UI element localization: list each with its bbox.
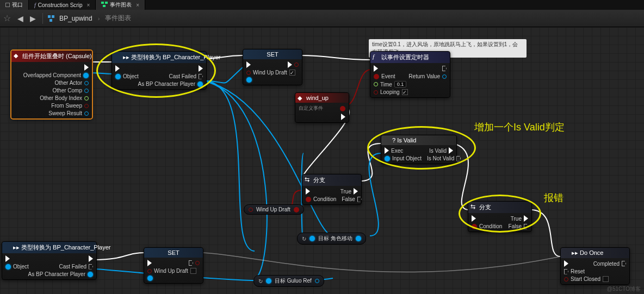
pin-label: Event (381, 73, 395, 79)
exec-in-pin[interactable] (306, 188, 310, 195)
exec-out-pin[interactable] (524, 215, 528, 222)
exec-out-pin[interactable] (189, 260, 193, 266)
object-pin[interactable] (385, 156, 390, 161)
object-pin[interactable] (5, 264, 11, 270)
exec-in-pin[interactable] (564, 260, 568, 267)
object-out-pin[interactable] (356, 236, 361, 241)
var-guluo-ref[interactable]: ↻目标 Guluo Ref (253, 275, 324, 287)
exec-in-pin[interactable] (564, 269, 568, 274)
delegate-pin[interactable] (374, 74, 379, 79)
watermark: @51CTO博客 (607, 285, 641, 293)
exec-out-pin[interactable] (199, 65, 203, 72)
exec-out-pin[interactable] (524, 224, 528, 229)
tab-viewport[interactable]: 视口 (0, 0, 29, 10)
bool-checkbox[interactable]: ✓ (402, 89, 408, 95)
back-button[interactable]: ◀ (15, 14, 26, 23)
object-pin[interactable] (83, 73, 89, 78)
bool-out-pin[interactable] (294, 207, 299, 212)
float-input[interactable]: 0.1 (394, 81, 407, 87)
object-pin[interactable] (266, 278, 271, 284)
object-pin[interactable] (309, 236, 315, 241)
exec-out-pin[interactable] (341, 114, 345, 120)
exec-in-pin[interactable] (374, 65, 378, 72)
exec-out-pin[interactable] (456, 156, 461, 161)
exec-out-pin[interactable] (622, 261, 626, 266)
bool-pin[interactable] (84, 104, 89, 108)
bool-pin[interactable] (374, 90, 378, 95)
target-pin[interactable] (246, 77, 252, 83)
node-title: ▸▸ 类型转换为 BP_Character_Player (13, 244, 111, 251)
object-pin[interactable] (84, 89, 89, 93)
node-set-windupdraft[interactable]: SET Wind Up Draft✓ (243, 49, 302, 85)
target-pin[interactable] (147, 276, 153, 281)
int-pin[interactable] (84, 96, 89, 101)
pin-label: Input Object (392, 155, 422, 161)
exec-out-pin[interactable] (449, 147, 453, 154)
delegate-pin[interactable] (340, 106, 345, 111)
exec-out-pin[interactable] (89, 264, 93, 270)
pin-label: Other Body Index (40, 95, 82, 101)
exec-out-pin[interactable] (89, 255, 93, 262)
tab-label: 事件图表 (110, 1, 132, 9)
object-pin[interactable] (115, 74, 121, 79)
var-label: 目标 Guluo Ref (275, 277, 312, 285)
node-set-timer-by-event[interactable]: f以事件设置定时器 EventReturn Value Time0.1 Loop… (370, 51, 450, 98)
exec-in-pin[interactable] (115, 65, 120, 72)
tab-eventgraph[interactable]: 事件图表× (96, 0, 145, 10)
bool-pin[interactable] (246, 71, 251, 75)
node-title: ▸▸ Do Once (572, 249, 603, 256)
node-is-valid[interactable]: ? Is Valid ExecIs Valid Input ObjectIs N… (381, 135, 457, 164)
object-pin[interactable] (88, 272, 93, 277)
exec-in-pin[interactable] (147, 260, 152, 266)
close-icon[interactable]: × (86, 2, 90, 8)
exec-in-pin[interactable] (5, 255, 10, 262)
struct-pin[interactable] (84, 111, 89, 116)
forward-button[interactable]: ▶ (28, 14, 38, 23)
var-character-movement[interactable]: ↻目标 角色移动 (297, 233, 366, 245)
tab-construction[interactable]: fConstruction Scrip× (29, 0, 96, 10)
node-cast-to-player-2[interactable]: ▸▸ 类型转换为 BP_Character_Player ObjectCast … (2, 241, 97, 280)
favorite-icon[interactable]: ☆ (3, 13, 11, 23)
bool-pin[interactable] (472, 224, 477, 229)
exec-out-pin[interactable] (288, 61, 292, 68)
bool-pin[interactable] (147, 269, 152, 273)
bool-pin[interactable] (564, 277, 568, 282)
exec-in-pin[interactable] (246, 61, 251, 68)
exec-out-pin[interactable] (357, 197, 362, 202)
pin-label: As BP Character Player (28, 271, 85, 277)
bool-checkbox[interactable] (603, 276, 609, 282)
node-do-once[interactable]: ▸▸ Do Once Completed Reset Start Closed (560, 247, 630, 285)
breadcrumb-bp[interactable]: BP_upwind (59, 15, 92, 22)
pin-label: As BP Character Player (138, 81, 195, 87)
node-set-windupdraft-2[interactable]: SET Wind Up Draft (144, 247, 203, 284)
breadcrumb-sep: › (97, 15, 101, 22)
close-icon[interactable]: × (136, 2, 139, 8)
node-component-begin-overlap[interactable]: ◆组件开始重叠时 (Capsule) Overlapped Component … (11, 50, 92, 119)
bool-checkbox[interactable]: ✓ (289, 70, 295, 76)
node-branch[interactable]: ⇆分支 True ConditionFalse (302, 174, 362, 205)
exec-out-pin[interactable] (354, 188, 358, 195)
var-wind-up-draft[interactable]: Wind Up Draft (244, 204, 304, 215)
exec-out-pin[interactable] (84, 64, 89, 71)
exec-in-pin[interactable] (472, 215, 476, 222)
node-branch-2[interactable]: ⇆分支 True ConditionFalse (468, 201, 532, 232)
pin-label: Wind Up Draft (253, 70, 287, 76)
pin-label: True (340, 189, 351, 195)
function-icon: f (373, 53, 379, 60)
bool-pin[interactable] (306, 197, 311, 202)
exec-out-pin[interactable] (442, 66, 447, 71)
bool-checkbox[interactable] (190, 268, 196, 274)
node-cast-to-player[interactable]: ▸▸ 类型转换为 BP_Character_Player ObjectCast … (112, 51, 207, 90)
breadcrumb-graph[interactable]: 事件图表 (105, 14, 131, 23)
object-out-pin[interactable] (315, 279, 319, 283)
bool-out-pin[interactable] (294, 62, 299, 67)
exec-out-pin[interactable] (199, 74, 203, 79)
object-pin[interactable] (197, 82, 203, 87)
node-windup-event[interactable]: ◆wind_up 自定义事件 (295, 92, 349, 123)
object-pin[interactable] (84, 81, 89, 85)
bool-pin[interactable] (249, 208, 253, 212)
exec-in-pin[interactable] (385, 147, 389, 154)
struct-pin[interactable] (442, 74, 447, 79)
float-pin[interactable] (374, 82, 378, 86)
bool-out-pin[interactable] (195, 261, 200, 265)
